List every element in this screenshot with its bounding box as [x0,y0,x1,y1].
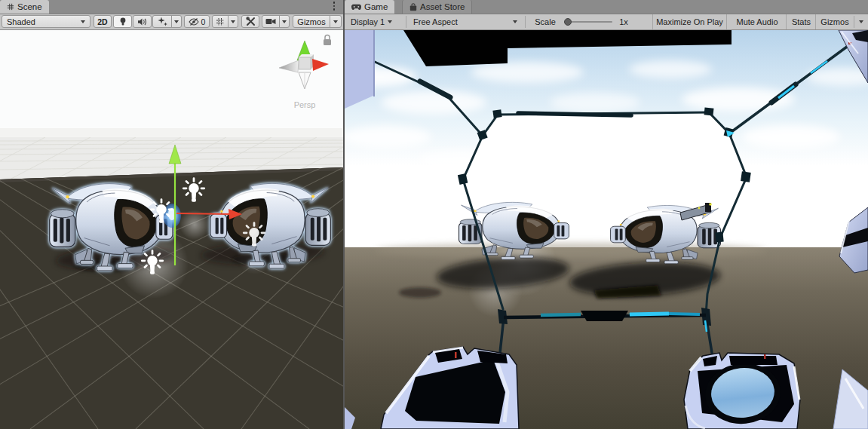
game-panel: Game Asset Store Display 1 Free Aspect [345,0,868,429]
aspect-ratio-value: Free Aspect [413,17,458,26]
scale-slider[interactable] [564,21,612,23]
game-gizmos-caret[interactable] [855,14,867,29]
game-gizmos-dropdown[interactable]: Gizmos [817,14,853,29]
aspect-ratio-dropdown[interactable]: Free Aspect [408,14,523,29]
audio-toggle-button[interactable] [133,15,152,28]
grid-dropdown[interactable] [228,15,238,28]
effects-dropdown[interactable] [171,15,182,28]
display-dropdown[interactable]: Display 1 [346,14,403,29]
tab-game-label: Game [364,2,388,11]
component-tools-button[interactable] [241,15,259,28]
scene-panel: Scene Shaded 2D [0,0,343,429]
stats-button[interactable]: Stats [787,14,816,29]
scene-camera-button[interactable] [262,15,280,28]
scene-gizmos-label: Gizmos [297,17,325,26]
2d-toggle-button[interactable]: 2D [94,15,112,28]
tab-asset-store[interactable]: Asset Store [402,0,472,14]
chevron-down-icon [333,20,338,23]
scene-tab-strip: Scene [0,0,343,14]
gizmo-cube[interactable] [299,57,311,69]
shading-mode-dropdown[interactable]: Shaded [2,15,90,28]
scene-gizmos-dropdown[interactable]: Gizmos [293,15,330,28]
grid-visibility-button[interactable] [212,15,229,28]
chevron-down-icon [859,20,863,23]
chevron-down-icon [231,20,235,23]
game-viewport[interactable] [345,30,868,429]
shading-mode-value: Shaded [2,17,78,26]
display-dropdown-value: Display 1 [351,17,385,26]
tab-game[interactable]: Game [345,0,394,14]
eye-slash-icon [189,17,199,26]
chevron-down-icon [174,20,179,23]
shopping-bag-icon [409,3,417,11]
grid-snap-icon [216,17,225,26]
scale-value: 1x [615,14,633,29]
gamepad-icon [351,4,361,11]
effects-toggle-button[interactable] [152,15,172,28]
scene-sky [0,30,343,137]
scene-viewport[interactable]: Persp [0,30,343,429]
scene-visibility-toggle[interactable]: 0 [184,15,210,28]
scene-toolbar: Shaded 2D [0,14,343,30]
scale-label: Scale [530,14,560,29]
hidden-object-count: 0 [201,17,206,26]
camera-dropdown[interactable] [279,15,290,28]
sparkle-icon [158,17,167,26]
projection-mode-label[interactable]: Persp [282,100,327,109]
scale-slider-knob[interactable] [564,18,572,26]
video-camera-icon [265,17,276,26]
maximize-on-play-button[interactable]: Maximize On Play [652,14,727,29]
tab-scene[interactable]: Scene [0,0,49,14]
game-render-view [345,30,868,429]
chevron-down-icon [282,20,287,23]
game-toolbar: Display 1 Free Aspect Scale 1x Maximize … [345,14,868,30]
game-tab-strip: Game Asset Store [345,0,868,14]
chevron-down-icon [388,20,392,23]
tab-asset-store-label: Asset Store [420,2,465,11]
speaker-icon [137,17,147,26]
mute-audio-button[interactable]: Mute Audio [728,14,787,29]
unity-editor-window: Scene Shaded 2D [0,0,868,429]
chevron-down-icon [81,20,85,23]
scene-3d-view[interactable] [0,30,343,429]
2d-toggle-label: 2D [97,17,107,26]
kebab-menu-icon[interactable] [330,2,339,11]
grid-icon [7,3,14,11]
tab-scene-label: Scene [17,2,42,11]
scene-gizmos-caret[interactable] [330,15,342,28]
x-axis-arrow[interactable] [176,213,230,214]
crossed-tools-icon [246,17,256,26]
cockpit-tray-right [684,353,800,429]
lighting-toggle-button[interactable] [113,15,132,28]
chevron-down-icon [513,20,517,23]
lightbulb-icon [118,17,127,26]
